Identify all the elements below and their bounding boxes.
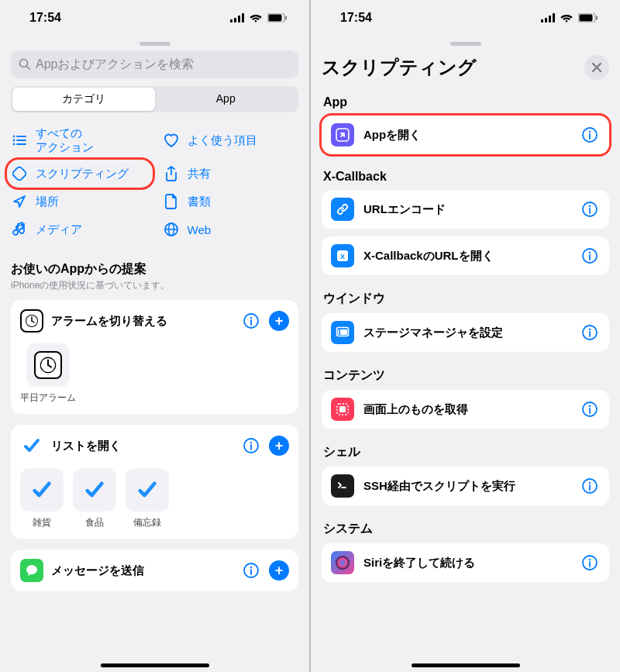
scripting-icon [11, 165, 28, 182]
battery-icon [267, 13, 288, 22]
sheet-grabber[interactable] [140, 42, 170, 46]
svg-point-49 [589, 205, 591, 207]
messages-app-icon [20, 559, 43, 582]
suggestions-title: お使いのAppからの提案 [0, 252, 309, 279]
web-icon [163, 221, 180, 238]
info-icon[interactable] [241, 560, 261, 581]
cat-scripting[interactable]: スクリプティング [11, 162, 147, 185]
action-row[interactable]: URLエンコード [322, 190, 609, 229]
battery-icon [578, 13, 598, 22]
signal-icon [541, 13, 555, 22]
location-icon [11, 193, 28, 210]
search-icon [19, 58, 31, 71]
suggestion-card-alarm: アラームを切り替える + 平日アラーム [11, 300, 298, 414]
svg-rect-5 [269, 15, 282, 22]
svg-rect-58 [338, 329, 339, 335]
action-icon [331, 474, 354, 498]
svg-point-35 [250, 567, 252, 568]
chip-list-2[interactable]: 食品 [73, 468, 116, 529]
svg-point-24 [250, 317, 252, 319]
right-phone: 17:54 スクリプティング AppAppを開くX-CallbackURLエンコ… [311, 0, 620, 672]
heart-icon [163, 132, 180, 149]
category-grid: すべての アクション よく使う項目 スクリプティング 共有 場所 書類 [0, 123, 309, 252]
action-icon [331, 198, 354, 221]
cat-favorites[interactable]: よく使う項目 [163, 123, 299, 157]
status-bar: 17:54 [311, 0, 620, 36]
svg-point-72 [589, 559, 591, 560]
cat-media[interactable]: メディア [11, 218, 147, 241]
chip-list-3[interactable]: 備忘録 [126, 468, 169, 529]
card-title: メッセージを送信 [51, 563, 233, 578]
svg-rect-57 [340, 329, 347, 335]
plus-icon[interactable]: + [269, 311, 289, 331]
action-icon: X [331, 244, 354, 267]
status-icons [541, 13, 598, 22]
svg-point-31 [250, 442, 252, 443]
action-label: URLエンコード [363, 202, 570, 217]
svg-rect-0 [230, 19, 232, 22]
home-indicator[interactable] [101, 663, 209, 667]
svg-rect-38 [545, 18, 547, 22]
action-row[interactable]: SSH経由でスクリプトを実行 [322, 467, 609, 505]
svg-point-68 [589, 482, 591, 484]
svg-rect-2 [238, 16, 240, 22]
groups-list: AppAppを開くX-CallbackURLエンコードXX-CallbackのU… [311, 88, 620, 672]
action-row[interactable]: ステージマネージャを設定 [322, 313, 609, 352]
action-icon [331, 398, 354, 421]
action-row[interactable]: XX-CallbackのURLを開く [322, 236, 609, 275]
info-icon[interactable] [580, 125, 600, 145]
segment-control[interactable]: カテゴリ App [11, 86, 298, 112]
cat-all-actions[interactable]: すべての アクション [11, 123, 147, 157]
status-icons [230, 13, 288, 22]
info-icon[interactable] [580, 246, 600, 266]
sheet-grabber[interactable] [450, 42, 481, 46]
info-icon[interactable] [241, 436, 261, 456]
cat-location[interactable]: 場所 [11, 190, 147, 213]
svg-rect-37 [541, 19, 543, 22]
action-row[interactable]: 画面上のものを取得 [322, 390, 609, 429]
home-indicator[interactable] [412, 663, 520, 667]
wifi-icon [560, 13, 574, 22]
group-title: システム [322, 513, 609, 543]
svg-rect-1 [234, 18, 236, 22]
action-icon [331, 123, 354, 146]
action-icon [331, 321, 354, 344]
svg-rect-42 [580, 15, 593, 22]
search-placeholder: Appおよびアクションを検索 [36, 57, 194, 73]
chip-list-1[interactable]: 雑貨 [20, 468, 64, 529]
info-icon[interactable] [580, 476, 600, 496]
plus-icon[interactable]: + [269, 560, 289, 581]
chip-weekday-alarm[interactable]: 平日アラーム [20, 343, 76, 405]
close-icon[interactable] [584, 55, 609, 80]
action-row[interactable]: Siriを終了して続ける [322, 543, 609, 582]
segment-app[interactable]: App [155, 88, 298, 111]
left-sheet: Appおよびアクションを検索 カテゴリ App すべての アクション よく使う項… [0, 36, 309, 672]
segment-category[interactable]: カテゴリ [12, 88, 155, 111]
svg-rect-15 [12, 166, 27, 181]
suggestion-card-list: リストを開く + 雑貨 食品 備忘録 [11, 425, 298, 539]
group-title: ウインドウ [322, 283, 609, 313]
info-icon[interactable] [580, 553, 600, 573]
cat-web[interactable]: Web [163, 218, 299, 241]
info-icon[interactable] [241, 311, 261, 331]
svg-point-65 [589, 405, 591, 407]
svg-line-8 [27, 67, 30, 70]
info-icon[interactable] [580, 399, 600, 419]
card-title: アラームを切り替える [51, 314, 233, 329]
share-icon [163, 165, 180, 182]
search-input[interactable]: Appおよびアクションを検索 [11, 50, 298, 78]
page-title: スクリプティング [322, 55, 477, 80]
cat-documents[interactable]: 書類 [163, 190, 299, 213]
action-row[interactable]: Appを開く [322, 115, 609, 154]
info-icon[interactable] [580, 322, 600, 343]
group-title: シェル [322, 436, 609, 467]
svg-rect-43 [596, 16, 598, 20]
todo-app-icon [20, 434, 43, 457]
list-icon [11, 132, 28, 149]
plus-icon[interactable]: + [269, 436, 289, 456]
svg-point-46 [589, 131, 591, 133]
svg-point-9 [14, 136, 15, 137]
info-icon[interactable] [580, 199, 600, 219]
card-title: リストを開く [51, 439, 233, 453]
cat-share[interactable]: 共有 [163, 162, 299, 185]
